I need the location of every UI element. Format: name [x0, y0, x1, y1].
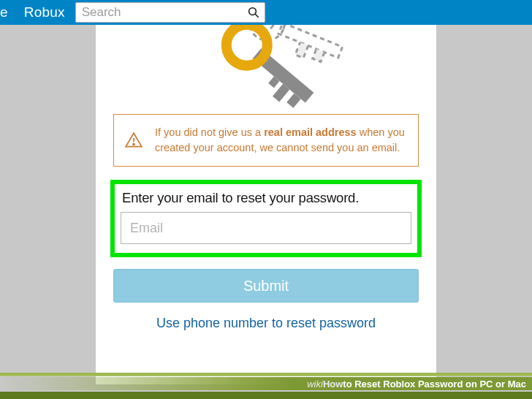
caption-brand-suffix: How [323, 379, 343, 390]
caption-main: wikiHow to Reset Roblox Password on PC o… [0, 377, 532, 390]
svg-rect-4 [278, 23, 343, 58]
caption-brand-prefix: wiki [307, 379, 323, 390]
caption-accent-top [0, 373, 532, 376]
svg-point-8 [133, 143, 134, 145]
nav-tab-partial[interactable]: e [0, 0, 15, 25]
svg-point-0 [248, 8, 256, 15]
warning-text-bold: real email address [264, 126, 357, 138]
submit-button[interactable]: Submit [113, 269, 419, 303]
nav-tab-robux[interactable]: Robux [15, 0, 74, 25]
caption-accent-bottom [0, 392, 532, 399]
warning-text: If you did not give us a real email addr… [155, 125, 406, 156]
caption-brand: wikiHow [307, 379, 343, 390]
email-prompt: Enter your email to reset your password. [122, 190, 411, 206]
warning-text-pre: If you did not give us a [155, 126, 264, 138]
reset-password-card: If you did not give us a real email addr… [96, 0, 436, 384]
wikihow-caption: wikiHow to Reset Roblox Password on PC o… [0, 373, 532, 399]
search-input[interactable] [76, 3, 243, 22]
caption-title: to Reset Roblox Password on PC or Mac [343, 379, 526, 390]
warning-icon [124, 131, 143, 150]
warning-notice: If you did not give us a real email addr… [113, 114, 419, 167]
search-box[interactable] [75, 2, 265, 23]
top-nav: e Robux [0, 0, 532, 25]
search-icon[interactable] [243, 3, 265, 22]
use-phone-link[interactable]: Use phone number to reset password [96, 316, 436, 331]
svg-line-1 [255, 14, 259, 18]
tutorial-highlight: Enter your email to reset your password. [110, 180, 422, 257]
email-field[interactable] [121, 212, 411, 244]
key-illustration [96, 18, 436, 105]
